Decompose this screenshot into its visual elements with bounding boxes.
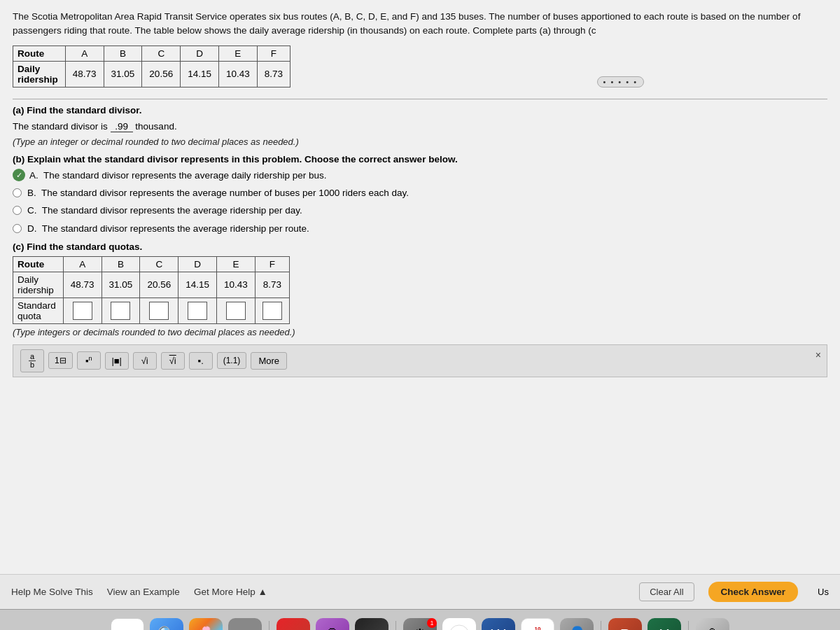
quota-col-f: F (255, 256, 289, 272)
val-b: 31.05 (104, 61, 142, 87)
quota-note: (Type integers or decimals rounded to tw… (13, 327, 827, 337)
dock-excel-icon[interactable]: X (648, 618, 681, 631)
radio-option-b[interactable]: B. The standard divisor represents the a… (13, 186, 827, 200)
val-e: 10.43 (218, 61, 257, 87)
scroll-indicator: • • • • • (597, 76, 644, 88)
nth-root-btn[interactable]: √i (161, 352, 185, 370)
part-c-heading: (c) Find the standard quotas. (13, 241, 827, 252)
quota-col-a: A (63, 256, 102, 272)
route-label: Route (13, 46, 66, 61)
standard-divisor-input[interactable] (111, 121, 133, 132)
part-a-note: (Type an integer or decimal rounded to t… (13, 136, 827, 147)
col-a: A (65, 46, 104, 61)
dock-photos-icon[interactable]: 🌸 (189, 618, 223, 631)
dock-finder-icon[interactable]: 🔍 (150, 618, 183, 631)
col-f: F (257, 46, 290, 61)
quota-col-d: D (178, 256, 217, 272)
interval-btn[interactable]: (1.1) (217, 352, 247, 369)
col-e: E (218, 46, 257, 61)
quota-input-b[interactable] (111, 302, 130, 320)
dock-podcast-icon[interactable]: 🎙 (316, 618, 349, 631)
quota-daily-label: Dailyridership (13, 272, 64, 298)
dock-word-icon[interactable]: W (482, 618, 515, 631)
option-d-label: D. The standard divisor represents the a… (27, 222, 309, 236)
decimal-btn[interactable]: ▪. (189, 352, 213, 370)
quota-val-b: 31.05 (102, 272, 140, 298)
quota-std-label: Standardquota (13, 298, 64, 323)
quota-val-f: 8.73 (255, 272, 289, 298)
radio-c[interactable] (13, 206, 22, 215)
check-icon-a: ✓ (13, 169, 25, 181)
part-a-section: (a) Find the standard divisor. The stand… (13, 105, 827, 147)
dock-powerpoint-icon[interactable]: P (608, 618, 642, 631)
dock-siri-icon[interactable]: 👤 (560, 618, 594, 631)
quota-input-f-cell (255, 298, 289, 323)
col-d: D (181, 46, 219, 61)
us-label: Us (818, 587, 829, 597)
chrome-svg (448, 624, 470, 631)
svg-point-0 (449, 625, 469, 631)
divider-1 (13, 99, 827, 99)
quota-input-c[interactable] (149, 302, 169, 320)
cal-top: 10 (535, 626, 541, 630)
val-d: 14.15 (181, 61, 219, 87)
quota-input-c-cell (140, 298, 178, 323)
radio-b[interactable] (13, 188, 22, 197)
dock: 22 🔍 🌸 ••• ♪ 🎙 ▶ tv 1 ⚙ W 10 90 👤 P X 🗑 (0, 609, 840, 630)
quota-route-label: Route (13, 256, 64, 272)
settings-badge: 1 (427, 618, 437, 628)
absolute-val-btn[interactable]: |■| (105, 352, 129, 370)
problem-intro: The Scotia Metropolitan Area Rapid Trans… (13, 10, 827, 38)
exponent-btn[interactable]: ▪n (77, 351, 101, 370)
more-button[interactable]: More (251, 352, 287, 370)
quota-input-a[interactable] (73, 302, 92, 320)
quota-val-e: 10.43 (216, 272, 255, 298)
dock-settings-icon[interactable]: 1 ⚙ (403, 618, 437, 631)
bottom-bar: Help Me Solve This View an Example Get M… (0, 574, 840, 609)
radio-option-a[interactable]: ✓ A. The standard divisor represents the… (13, 169, 827, 183)
radio-d[interactable] (13, 224, 22, 233)
clear-all-button[interactable]: Clear All (639, 582, 694, 601)
quota-col-e: E (216, 256, 255, 272)
quota-input-d[interactable] (188, 302, 207, 320)
dock-appletv-icon[interactable]: ▶ tv (355, 618, 388, 631)
daily-ridership-label: Dailyridership (13, 61, 66, 87)
dock-trash-icon[interactable]: 🗑 (696, 618, 729, 631)
dock-music-icon[interactable]: ♪ (276, 618, 310, 631)
main-content: The Scotia Metropolitan Area Rapid Trans… (0, 0, 840, 574)
radio-option-d[interactable]: D. The standard divisor represents the a… (13, 222, 827, 236)
quota-col-c: C (140, 256, 178, 272)
quota-val-c: 20.56 (140, 272, 178, 298)
check-answer-button[interactable]: Check Answer (708, 582, 799, 602)
part-a-text: The standard divisor is thousand. (13, 120, 827, 134)
radio-option-c[interactable]: C. The standard divisor represents the a… (13, 204, 827, 218)
dock-date-icon[interactable]: 22 (111, 618, 144, 631)
math-toolbar: a b 1⊟ ▪n |■| √i √i ▪. (1.1) (13, 344, 827, 377)
col-c: C (142, 46, 181, 61)
ridership-table-1: Route A B C D E F Dailyridership 48.73 3… (13, 46, 290, 88)
quota-val-a: 48.73 (63, 272, 102, 298)
get-more-help-link[interactable]: Get More Help ▲ (194, 587, 267, 597)
option-b-label: B. The standard divisor represents the a… (27, 186, 409, 200)
dock-chrome-icon[interactable] (442, 618, 476, 631)
part-b-section: (b) Explain what the standard divisor re… (13, 154, 827, 236)
option-a-label: A. The standard divisor represents the a… (29, 169, 326, 183)
quota-input-e[interactable] (226, 302, 246, 320)
dock-calendar-icon[interactable]: 10 90 (521, 618, 554, 631)
mixed-number-btn[interactable]: 1⊟ (48, 352, 73, 369)
quota-input-f[interactable] (262, 302, 282, 320)
quota-input-b-cell (102, 298, 140, 323)
toolbar-close-btn[interactable]: × (816, 349, 821, 360)
col-b: B (104, 46, 142, 61)
view-example-link[interactable]: View an Example (107, 587, 180, 597)
quota-input-d-cell (178, 298, 217, 323)
val-c: 20.56 (142, 61, 181, 87)
help-me-solve-link[interactable]: Help Me Solve This (11, 587, 93, 597)
quota-input-a-cell (63, 298, 102, 323)
fraction-btn[interactable]: a b (20, 349, 44, 372)
val-f: 8.73 (257, 61, 290, 87)
sqrt-btn[interactable]: √i (133, 352, 157, 370)
dock-divider-2 (396, 621, 396, 631)
part-b-heading: (b) Explain what the standard divisor re… (13, 154, 827, 164)
dock-extra-icon[interactable]: ••• (228, 618, 262, 631)
